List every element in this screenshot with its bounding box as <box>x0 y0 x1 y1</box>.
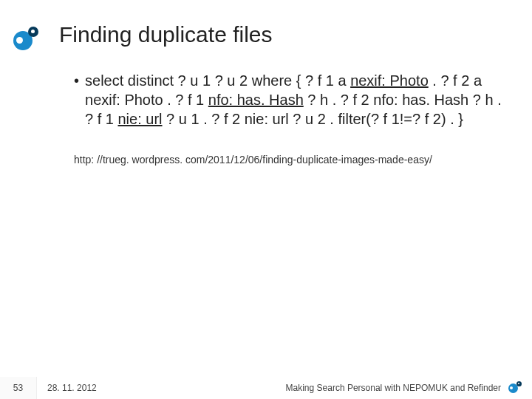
link-nie-url[interactable]: nie: url <box>118 111 163 127</box>
brand-logo-icon <box>13 27 38 52</box>
link-nexif-photo[interactable]: nexif: Photo <box>350 72 429 89</box>
footer-right: Making Search Personal with NEPOMUK and … <box>286 381 522 395</box>
brand-logo-small-icon <box>508 381 522 395</box>
footer: 53 28. 11. 2012 Making Search Personal w… <box>0 377 532 399</box>
query-text: select distinct ? u 1 ? u 2 where { ? f … <box>85 71 502 129</box>
slide-number: 53 <box>0 377 37 399</box>
slide-title: Finding duplicate files <box>59 22 273 47</box>
footer-date: 28. 11. 2012 <box>47 383 97 393</box>
link-nfo-hashash[interactable]: nfo: has. Hash <box>208 92 304 108</box>
source-url: http: //trueg. wordpress. com/2011/12/06… <box>74 154 502 166</box>
text-segment: ? u 1 . ? f 2 nie: url ? u 2 . filter(? … <box>163 111 463 127</box>
slide: Finding duplicate files • select distinc… <box>0 0 532 399</box>
bullet-marker: • <box>74 71 79 90</box>
bullet-item: • select distinct ? u 1 ? u 2 where { ? … <box>74 71 502 129</box>
text-segment: select distinct ? u 1 ? u 2 where { ? f … <box>85 72 350 89</box>
content-area: • select distinct ? u 1 ? u 2 where { ? … <box>74 71 502 166</box>
footer-presentation-title: Making Search Personal with NEPOMUK and … <box>286 383 501 393</box>
